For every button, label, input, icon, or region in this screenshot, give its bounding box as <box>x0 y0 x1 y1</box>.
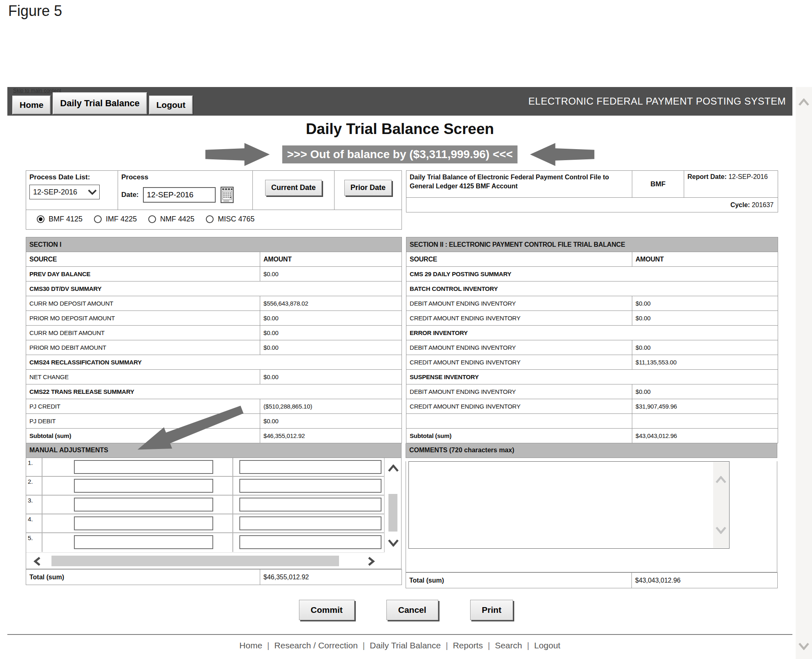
footer-separator: | <box>527 641 529 650</box>
radio-imf-4225[interactable] <box>94 215 102 223</box>
section2-amount-header: AMOUNT <box>632 252 778 267</box>
adjustment-description-input-1[interactable] <box>74 460 213 474</box>
adjustment-row: 2. <box>26 477 384 496</box>
balance-banner-row: >>> Out of balance by ($3,311,999.96) <<… <box>7 143 792 166</box>
amount-cell: $0.00 <box>260 326 402 340</box>
top-nav-bar: Skip to main content Home Daily Trial Ba… <box>7 87 792 116</box>
cycle-cell: Cycle: 201637 <box>406 198 778 212</box>
vertical-scrollbar[interactable] <box>384 458 401 552</box>
total-value: $43,043,012.96 <box>632 573 778 588</box>
footer-link-daily-trial-balance[interactable]: Daily Trial Balance <box>370 641 441 650</box>
scroll-left-icon[interactable] <box>33 557 41 566</box>
row-number: 3. <box>26 496 42 514</box>
process-date-cell: Process Date: <box>118 171 253 210</box>
column-divider <box>232 533 233 552</box>
page-scrollbar[interactable] <box>796 87 812 659</box>
adjustment-amount-input-1[interactable] <box>239 460 381 474</box>
source-cell: CURR MO DEPOSIT AMOUNT <box>26 296 260 311</box>
amount-cell <box>632 414 778 429</box>
current-date-button[interactable]: Current Date <box>265 180 322 196</box>
group-cell: CMS24 RECLASSIFICATION SUMMARY <box>26 355 402 370</box>
prior-date-button[interactable]: Prior Date <box>344 180 392 196</box>
subtotal-row: Subtotal (sum)$46,355,012.92 <box>26 429 402 443</box>
adjustment-description-input-5[interactable] <box>74 535 213 549</box>
adjustment-description-input-3[interactable] <box>74 498 213 512</box>
adjustment-description-input-2[interactable] <box>74 479 213 493</box>
group-cell: SUSPENSE INVENTORY <box>406 370 778 384</box>
footer-divider <box>7 634 792 635</box>
scroll-right-icon[interactable] <box>368 557 375 566</box>
table-row: CMS 29 DAILY POSTING SUMMARY <box>406 267 778 281</box>
scroll-down-icon[interactable] <box>388 539 399 547</box>
section1-table: SECTION I SOURCE AMOUNT PREV DAY BALANCE… <box>26 237 402 443</box>
textarea-scrollbar[interactable] <box>713 462 729 548</box>
scroll-up-icon[interactable] <box>799 98 809 106</box>
adjustment-amount-input-2[interactable] <box>239 479 381 493</box>
out-of-balance-banner: >>> Out of balance by ($3,311,999.96) <<… <box>282 145 518 163</box>
subtotal-row: Subtotal (sum)$43,043,012.96 <box>406 429 778 443</box>
process-date-list-cell: Process Date List: 12-SEP-2016 <box>26 171 118 210</box>
report-date-cell: Report Date: 12-SEP-2016 <box>684 171 778 198</box>
footer-separator: | <box>488 641 490 650</box>
arrow-left-icon <box>528 142 596 167</box>
source-cell: DEBIT AMOUNT ENDING INVENTORY <box>406 296 632 311</box>
manual-adjustments-title: MANUAL ADJUSTMENTS <box>26 443 402 458</box>
calendar-icon[interactable] <box>220 185 235 204</box>
comments-panel: COMMENTS (720 characters max) Total (sum… <box>406 443 777 588</box>
adjustment-description-input-4[interactable] <box>74 516 213 530</box>
cancel-button[interactable]: Cancel <box>386 600 438 620</box>
total-label: Total (sum) <box>406 573 632 588</box>
footer-separator: | <box>363 641 365 650</box>
horizontal-scrollbar[interactable] <box>26 552 384 569</box>
source-cell: DEBIT AMOUNT ENDING INVENTORY <box>406 340 632 355</box>
section2-title: SECTION II : ELECTRONIC PAYMENT CONTROL … <box>406 237 778 252</box>
print-button[interactable]: Print <box>470 600 513 620</box>
group-cell: ERROR INVENTORY <box>406 326 778 340</box>
footer-link-home[interactable]: Home <box>239 641 262 650</box>
amount-cell: $31,907,459.96 <box>632 399 778 414</box>
scrollbar-thumb[interactable] <box>388 494 397 532</box>
table-row: CURR MO DEPOSIT AMOUNT$556,643,878.02 <box>26 296 402 311</box>
section1-source-header: SOURCE <box>26 252 260 267</box>
radio-bmf-4125[interactable] <box>37 215 45 223</box>
nav-home-button[interactable]: Home <box>12 96 51 114</box>
current-date-cell: Current Date <box>253 171 335 210</box>
footer-link-reports[interactable]: Reports <box>453 641 483 650</box>
radio-misc-4765[interactable] <box>206 215 214 223</box>
scroll-up-icon[interactable] <box>388 465 399 472</box>
footer-link-logout[interactable]: Logout <box>534 641 560 650</box>
adjustment-amount-input-3[interactable] <box>239 498 381 512</box>
table-row: PREV DAY BALANCE$0.00 <box>26 267 402 281</box>
arrow-right-icon <box>204 142 272 167</box>
source-cell: PRIOR MO DEBIT AMOUNT <box>26 340 260 355</box>
section2-total-table: Total (sum) $43,043,012.96 <box>406 572 778 588</box>
adjustment-amount-input-5[interactable] <box>239 535 381 549</box>
cycle-value: 201637 <box>752 201 774 208</box>
commit-button[interactable]: Commit <box>299 600 355 620</box>
row-number: 2. <box>26 477 42 495</box>
scroll-down-icon[interactable] <box>799 643 809 650</box>
table-row: CREDIT AMOUNT ENDING INVENTORY$11,135,55… <box>406 355 778 370</box>
process-date-input[interactable] <box>143 187 216 203</box>
amount-cell: $43,043,012.96 <box>632 429 778 443</box>
footer-link-research-correction[interactable]: Research / Correction <box>274 641 358 650</box>
table-row: CREDIT AMOUNT ENDING INVENTORY$31,907,45… <box>406 399 778 414</box>
comments-textarea[interactable] <box>408 461 729 549</box>
process-date-list-select[interactable]: 12-SEP-2016 <box>29 185 100 199</box>
sections-row: SECTION I SOURCE AMOUNT PREV DAY BALANCE… <box>26 237 777 443</box>
footer-link-search[interactable]: Search <box>495 641 522 650</box>
adjustment-amount-input-4[interactable] <box>239 516 381 530</box>
scroll-up-icon[interactable] <box>716 476 726 483</box>
amount-cell: $0.00 <box>260 340 402 355</box>
table-row: DEBIT AMOUNT ENDING INVENTORY$0.00 <box>406 384 778 399</box>
bottom-row: MANUAL ADJUSTMENTS 1. 2. <box>26 443 777 588</box>
report-date-value: 12-SEP-2016 <box>728 173 767 180</box>
radio-nmf-4425[interactable] <box>148 215 156 223</box>
nav-logout-button[interactable]: Logout <box>149 96 193 114</box>
account-type-cell: BMF <box>632 171 684 198</box>
scrollbar-thumb[interactable] <box>51 556 339 566</box>
nav-daily-trial-balance-button[interactable]: Daily Trial Balance <box>53 92 147 114</box>
row-number: 1. <box>26 458 42 476</box>
scroll-down-icon[interactable] <box>716 527 726 534</box>
radio-bmf-4125-label: BMF 4125 <box>49 215 83 223</box>
